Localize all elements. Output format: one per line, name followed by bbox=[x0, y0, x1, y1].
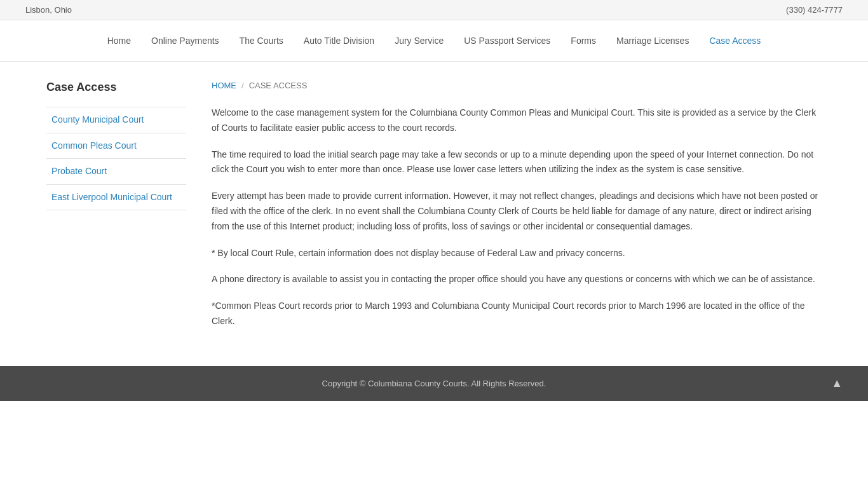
sidebar-item-east-liverpool: East Liverpool Municipal Court bbox=[46, 185, 186, 211]
breadcrumb: HOME / CASE ACCESS bbox=[212, 81, 822, 90]
paragraph-6: *Common Pleas Court records prior to Mar… bbox=[212, 299, 822, 329]
sidebar-link-east-liverpool[interactable]: East Liverpool Municipal Court bbox=[46, 185, 186, 210]
nav-item-marriage[interactable]: Marriage Licenses bbox=[606, 20, 699, 61]
sidebar-link-county-municipal[interactable]: County Municipal Court bbox=[46, 107, 186, 133]
sidebar-link-probate[interactable]: Probate Court bbox=[46, 159, 186, 184]
sidebar-item-common-pleas: Common Pleas Court bbox=[46, 133, 186, 159]
page-content: Case Access County Municipal CourtCommon… bbox=[21, 81, 847, 341]
sidebar-item-county-municipal: County Municipal Court bbox=[46, 107, 186, 133]
sidebar-item-probate: Probate Court bbox=[46, 159, 186, 185]
breadcrumb-home[interactable]: HOME bbox=[212, 81, 236, 90]
nav-item-online-payments[interactable]: Online Payments bbox=[141, 20, 229, 61]
breadcrumb-current: CASE ACCESS bbox=[249, 81, 308, 90]
paragraph-5: A phone directory is available to assist… bbox=[212, 272, 822, 287]
nav-item-forms[interactable]: Forms bbox=[560, 20, 606, 61]
location-text: Lisbon, Ohio bbox=[25, 5, 72, 15]
sidebar-menu: County Municipal CourtCommon Pleas Court… bbox=[46, 107, 186, 210]
nav-item-auto-title[interactable]: Auto Title Division bbox=[294, 20, 384, 61]
nav-item-jury-service[interactable]: Jury Service bbox=[384, 20, 454, 61]
content-paragraphs: Welcome to the case management system fo… bbox=[212, 105, 822, 329]
phone-text: (330) 424-7777 bbox=[786, 5, 843, 15]
nav-item-home[interactable]: Home bbox=[97, 20, 141, 61]
nav-item-case-access[interactable]: Case Access bbox=[699, 20, 771, 61]
footer: Copyright © Columbiana County Courts. Al… bbox=[0, 366, 868, 401]
breadcrumb-separator: / bbox=[241, 81, 244, 90]
paragraph-2: The time required to load the initial se… bbox=[212, 147, 822, 178]
nav-item-the-courts[interactable]: The Courts bbox=[229, 20, 294, 61]
sidebar-title: Case Access bbox=[46, 81, 186, 94]
scroll-top-button[interactable]: ▲ bbox=[831, 377, 843, 390]
paragraph-3: Every attempt has been made to provide c… bbox=[212, 189, 822, 234]
sidebar-link-common-pleas[interactable]: Common Pleas Court bbox=[46, 133, 186, 159]
top-bar: Lisbon, Ohio (330) 424-7777 bbox=[0, 0, 868, 20]
paragraph-1: Welcome to the case management system fo… bbox=[212, 105, 822, 136]
main-content: HOME / CASE ACCESS Welcome to the case m… bbox=[212, 81, 822, 341]
paragraph-4: * By local Court Rule, certain informati… bbox=[212, 246, 822, 261]
sidebar: Case Access County Municipal CourtCommon… bbox=[46, 81, 186, 341]
main-nav: HomeOnline PaymentsThe CourtsAuto Title … bbox=[0, 20, 868, 62]
nav-item-passport[interactable]: US Passport Services bbox=[454, 20, 560, 61]
footer-copyright: Copyright © Columbiana County Courts. Al… bbox=[322, 379, 546, 388]
